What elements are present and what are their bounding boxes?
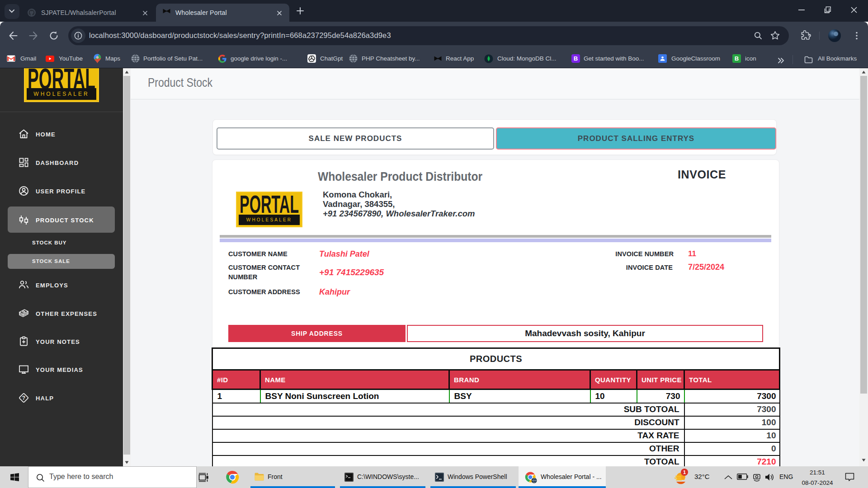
svg-text:PORTAL: PORTAL (28, 68, 95, 90)
svg-text:PORTAL: PORTAL (240, 192, 299, 216)
svg-text:B: B (574, 55, 578, 62)
svg-text:?: ? (22, 395, 25, 401)
svg-text:B: B (735, 55, 739, 62)
